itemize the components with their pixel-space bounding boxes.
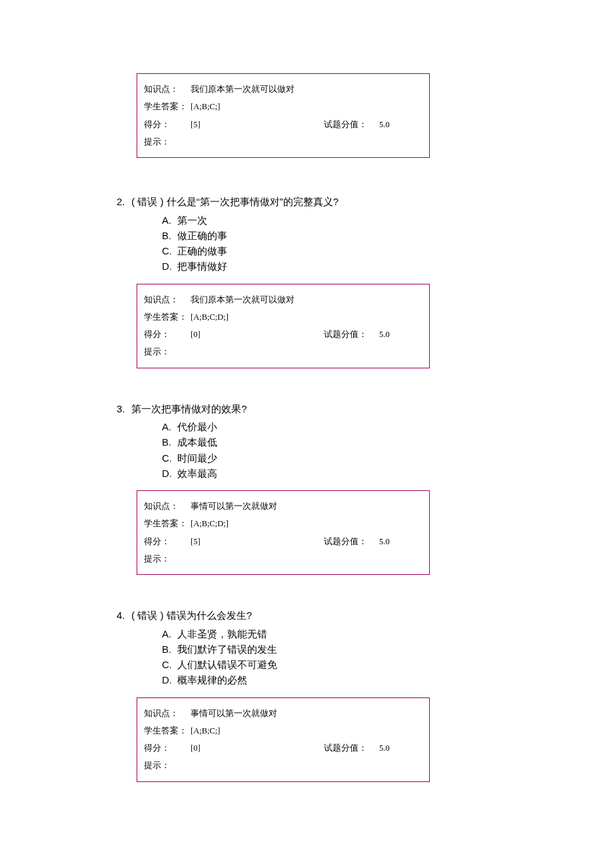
- score-label: 得分：: [144, 116, 191, 133]
- option-c-text: 时间最少: [177, 452, 217, 464]
- knowledge-label: 知识点：: [144, 705, 191, 722]
- question-body: 错误为什么会发生?: [167, 610, 252, 621]
- hint-label: 提示：: [144, 343, 191, 360]
- option-a-text: 人非圣贤，孰能无错: [177, 628, 267, 640]
- knowledge-label: 知识点：: [144, 291, 191, 308]
- option-d-text: 效率最高: [177, 468, 217, 479]
- question-body: 第一次把事情做对的效果?: [131, 403, 247, 414]
- option-b: B. 做正确的事: [162, 228, 490, 243]
- question-status: ( 错误 ): [131, 196, 163, 207]
- score-value: [5]: [191, 116, 324, 133]
- student-answer-label: 学生答案：: [144, 722, 191, 739]
- option-c: C. 时间最少: [162, 450, 490, 466]
- knowledge-value: 事情可以第一次就做对: [191, 498, 277, 515]
- options-list: A. 人非圣贤，孰能无错 B. 我们默许了错误的发生 C. 人们默认错误不可避免…: [162, 626, 490, 688]
- question-number: 2.: [117, 195, 129, 210]
- knowledge-label: 知识点：: [144, 81, 191, 98]
- full-value-label: 试题分值：: [324, 116, 367, 133]
- option-d: D. 效率最高: [162, 466, 490, 481]
- full-value-label: 试题分值：: [324, 326, 367, 343]
- question-body: 什么是“第一次把事情做对”的完整真义?: [167, 196, 338, 207]
- knowledge-value: 我们原本第一次就可以做对: [191, 81, 295, 98]
- knowledge-value: 我们原本第一次就可以做对: [191, 291, 295, 308]
- student-answer-label: 学生答案：: [144, 515, 191, 532]
- question-block: 知识点： 我们原本第一次就可以做对 学生答案： [A;B;C;] 得分： [5]…: [117, 73, 490, 158]
- option-b-text: 做正确的事: [177, 230, 227, 241]
- options-list: A. 第一次 B. 做正确的事 C. 正确的做事 D. 把事情做好: [162, 213, 490, 274]
- question-text: 3. 第一次把事情做对的效果?: [117, 402, 490, 417]
- option-d: D. 把事情做好: [162, 258, 490, 274]
- question-text: 4. ( 错误 ) 错误为什么会发生?: [117, 608, 490, 624]
- full-value-label: 试题分值：: [324, 533, 367, 550]
- hint-label: 提示：: [144, 133, 191, 151]
- student-answer-value: [A;B;C;D;]: [191, 308, 229, 326]
- option-c: C. 正确的做事: [162, 243, 490, 258]
- question-status: ( 错误 ): [131, 610, 163, 621]
- option-d-text: 把事情做好: [177, 260, 227, 272]
- hint-label: 提示：: [144, 550, 191, 568]
- hint-label: 提示：: [144, 757, 191, 774]
- full-value: 5.0: [379, 326, 390, 343]
- option-d-text: 概率规律的必然: [177, 674, 247, 685]
- option-d: D. 概率规律的必然: [162, 672, 490, 687]
- question-number: 3.: [117, 402, 129, 417]
- knowledge-value: 事情可以第一次就做对: [191, 705, 277, 722]
- student-answer-value: [A;B;C;D;]: [191, 515, 229, 532]
- full-value-label: 试题分值：: [324, 739, 367, 757]
- full-value: 5.0: [379, 116, 390, 133]
- option-c-text: 正确的做事: [177, 245, 227, 256]
- question-number: 4.: [117, 608, 129, 624]
- option-b: B. 我们默许了错误的发生: [162, 642, 490, 657]
- full-value: 5.0: [379, 533, 390, 550]
- score-label: 得分：: [144, 326, 191, 343]
- answer-box: 知识点： 事情可以第一次就做对 学生答案： [A;B;C;] 得分： [0] 试…: [137, 697, 430, 782]
- option-a: A. 人非圣贤，孰能无错: [162, 626, 490, 642]
- question-block: 2. ( 错误 ) 什么是“第一次把事情做对”的完整真义? A. 第一次 B. …: [117, 195, 490, 368]
- score-value: [0]: [191, 739, 324, 757]
- options-list: A. 代价最小 B. 成本最低 C. 时间最少 D. 效率最高: [162, 419, 490, 481]
- score-label: 得分：: [144, 533, 191, 550]
- page: 知识点： 我们原本第一次就可以做对 学生答案： [A;B;C;] 得分： [5]…: [0, 0, 613, 868]
- option-c: C. 人们默认错误不可避免: [162, 657, 490, 672]
- option-a: A. 第一次: [162, 213, 490, 228]
- option-a-text: 代价最小: [177, 421, 217, 432]
- score-value: [0]: [191, 326, 324, 343]
- option-a-text: 第一次: [177, 215, 207, 226]
- student-answer-value: [A;B;C;]: [191, 722, 220, 739]
- knowledge-label: 知识点：: [144, 498, 191, 515]
- option-c-text: 人们默认错误不可避免: [177, 659, 277, 670]
- score-value: [5]: [191, 533, 324, 550]
- answer-box: 知识点： 我们原本第一次就可以做对 学生答案： [A;B;C;] 得分： [5]…: [137, 73, 430, 158]
- option-b-text: 成本最低: [177, 436, 217, 448]
- student-answer-value: [A;B;C;]: [191, 98, 220, 115]
- option-b-text: 我们默许了错误的发生: [177, 644, 277, 655]
- answer-box: 知识点： 我们原本第一次就可以做对 学生答案： [A;B;C;D;] 得分： […: [137, 284, 430, 368]
- question-text: 2. ( 错误 ) 什么是“第一次把事情做对”的完整真义?: [117, 195, 490, 210]
- question-block: 4. ( 错误 ) 错误为什么会发生? A. 人非圣贤，孰能无错 B. 我们默许…: [117, 608, 490, 782]
- student-answer-label: 学生答案：: [144, 308, 191, 326]
- option-a: A. 代价最小: [162, 419, 490, 434]
- student-answer-label: 学生答案：: [144, 98, 191, 115]
- option-b: B. 成本最低: [162, 434, 490, 450]
- full-value: 5.0: [379, 739, 390, 757]
- score-label: 得分：: [144, 739, 191, 757]
- question-block: 3. 第一次把事情做对的效果? A. 代价最小 B. 成本最低 C. 时间最少 …: [117, 402, 490, 576]
- answer-box: 知识点： 事情可以第一次就做对 学生答案： [A;B;C;D;] 得分： [5]…: [137, 490, 430, 575]
